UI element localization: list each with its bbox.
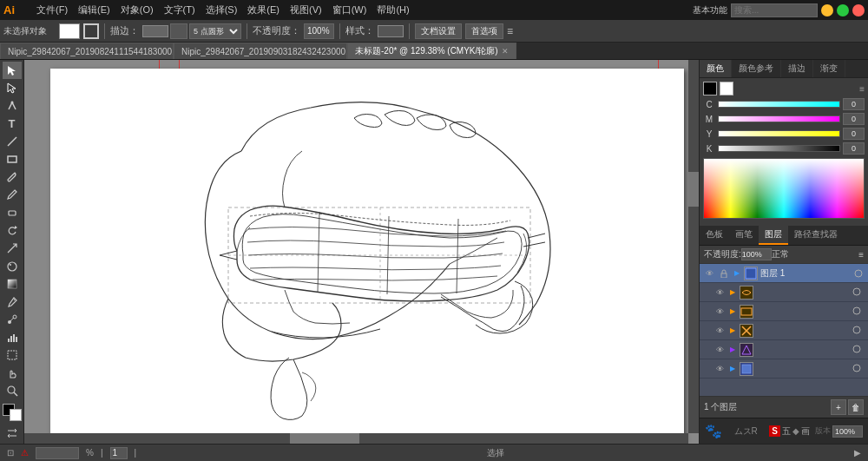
panel-tab-stroke[interactable]: 描边 <box>781 60 813 77</box>
artboard-tool[interactable] <box>3 347 22 365</box>
gradient-tool[interactable] <box>3 275 22 293</box>
zoom-input[interactable]: 129.38 <box>36 447 79 459</box>
layer-opacity-input[interactable] <box>741 248 772 260</box>
layer-tab-pathfinder[interactable]: 路径查找器 <box>788 226 844 245</box>
vertical-scrollbar[interactable] <box>688 60 699 433</box>
panel-tab-color-guide[interactable]: 颜色参考 <box>732 60 781 77</box>
sub5-circle[interactable] <box>852 364 865 374</box>
vertical-scroll-thumb[interactable] <box>688 172 699 207</box>
sub4-visibility[interactable]: 👁 <box>713 344 726 356</box>
c-value-input[interactable] <box>843 98 865 110</box>
menu-help[interactable]: 帮助(H) <box>372 2 413 18</box>
line-tool[interactable] <box>3 133 22 150</box>
page-input[interactable] <box>110 447 128 459</box>
panel-tab-color[interactable]: 颜色 <box>700 60 732 77</box>
k-value-input[interactable] <box>843 142 865 155</box>
horizontal-scrollbar[interactable] <box>24 433 688 444</box>
delete-layer-button[interactable]: 🗑 <box>848 399 864 415</box>
sub3-circle[interactable] <box>852 326 865 336</box>
menu-window[interactable]: 窗口(W) <box>328 2 372 18</box>
close-button[interactable] <box>852 4 865 16</box>
extra-icon[interactable]: ≡ <box>507 25 513 37</box>
m-value-input[interactable] <box>843 113 865 125</box>
new-layer-button[interactable]: + <box>831 399 846 415</box>
paintbrush-tool[interactable] <box>3 168 22 186</box>
layer-panel-menu[interactable]: ≡ <box>858 250 864 260</box>
sub3-visibility[interactable]: 👁 <box>713 325 726 337</box>
shape-tool[interactable] <box>3 151 22 168</box>
menu-edit[interactable]: 编辑(E) <box>74 2 115 18</box>
opacity-input[interactable] <box>304 23 334 39</box>
pencil-tool[interactable] <box>3 187 22 204</box>
eyedropper-tool[interactable] <box>3 293 22 311</box>
layer-tab-swatches[interactable]: 色板 <box>700 226 729 245</box>
layer-tab-brushes[interactable]: 画笔 <box>729 226 759 245</box>
sub2-circle[interactable] <box>852 306 865 317</box>
sub4-thumbnail <box>740 343 753 357</box>
y-slider[interactable] <box>718 130 840 137</box>
background-color[interactable] <box>10 409 22 421</box>
y-value-input[interactable] <box>843 128 865 140</box>
sub1-circle[interactable] <box>852 287 865 298</box>
background-color-swatch[interactable] <box>720 82 733 95</box>
doc-settings-button[interactable]: 文档设置 <box>415 23 462 39</box>
menu-view[interactable]: 视图(V) <box>286 2 326 18</box>
sub1-visibility[interactable]: 👁 <box>713 286 726 299</box>
sub2-visibility[interactable]: 👁 <box>713 306 726 318</box>
stroke-shape-select[interactable]: 5 点圆形 <box>189 23 241 39</box>
canvas-area[interactable] <box>24 60 699 444</box>
eraser-tool[interactable] <box>3 204 22 221</box>
sub5-visibility[interactable]: 👁 <box>713 363 726 375</box>
k-slider[interactable] <box>718 145 840 152</box>
layer-item-sub4[interactable]: 👁 ▶ <box>700 340 868 359</box>
menu-object[interactable]: 对象(O) <box>116 2 158 18</box>
layer-item-sub1[interactable]: 👁 ▶ <box>700 283 868 302</box>
preferences-button[interactable]: 首选项 <box>465 23 503 39</box>
tab-2-close[interactable]: ✕ <box>502 47 509 56</box>
type-tool[interactable]: T <box>3 115 22 133</box>
foreground-color-swatch[interactable] <box>703 82 717 95</box>
minimize-button[interactable] <box>821 4 833 16</box>
layer-1-lock[interactable] <box>718 267 730 280</box>
layer-item-sub2[interactable]: 👁 ▶ <box>700 302 868 321</box>
menu-effect[interactable]: 效果(E) <box>243 2 284 18</box>
menu-file[interactable]: 文件(F) <box>32 2 72 18</box>
stroke-value-input[interactable] <box>170 23 187 39</box>
pen-tool[interactable] <box>3 97 22 115</box>
zoom-panel-input[interactable] <box>832 425 863 438</box>
svg-line-21 <box>318 212 319 292</box>
graph-tool[interactable] <box>3 329 22 346</box>
layer-tab-layers[interactable]: 图层 <box>759 226 788 245</box>
layer-1-circle[interactable] <box>852 267 865 280</box>
tab-1[interactable]: Nipic_29842067_20190903182432423000.ai @… <box>174 43 347 59</box>
tab-0[interactable]: Nipic_29842067_20190824111544183000.ai* … <box>0 43 174 59</box>
layer-item-sub3[interactable]: 👁 ▶ <box>700 321 868 340</box>
color-panel-menu[interactable]: ≡ <box>859 84 865 94</box>
layer-1-visibility-toggle[interactable]: 👁 <box>703 267 715 280</box>
panel-tab-gradient[interactable]: 渐变 <box>813 60 845 77</box>
warp-tool[interactable] <box>3 258 22 275</box>
layer-item-1[interactable]: 👁 ▶ 图层 1 <box>700 264 868 283</box>
m-slider[interactable] <box>718 115 840 122</box>
maximize-button[interactable] <box>837 4 849 16</box>
scale-tool[interactable] <box>3 240 22 257</box>
menu-type[interactable]: 文字(T) <box>160 2 200 18</box>
menu-select[interactable]: 选择(S) <box>201 2 242 18</box>
selection-tool[interactable] <box>3 62 22 79</box>
fill-color-swatch[interactable] <box>59 23 80 39</box>
blend-tool[interactable] <box>3 311 22 328</box>
color-spectrum[interactable] <box>703 158 865 219</box>
swap-colors-button[interactable] <box>3 425 22 443</box>
search-input[interactable] <box>731 3 818 17</box>
horizontal-scroll-thumb[interactable] <box>290 433 359 444</box>
fg-bg-color-control[interactable] <box>3 404 22 421</box>
zoom-tool[interactable] <box>3 383 22 400</box>
svg-point-33 <box>853 326 860 333</box>
hand-tool[interactable] <box>3 365 22 382</box>
rotate-tool[interactable] <box>3 222 22 240</box>
sub4-circle[interactable] <box>852 345 865 355</box>
c-slider[interactable] <box>718 101 840 108</box>
layer-item-sub5[interactable]: 👁 ▶ <box>700 359 868 379</box>
direct-selection-tool[interactable] <box>3 80 22 97</box>
tab-2[interactable]: 未标题-20* @ 129.38% (CMYK/轮廓) ✕ <box>347 43 516 59</box>
